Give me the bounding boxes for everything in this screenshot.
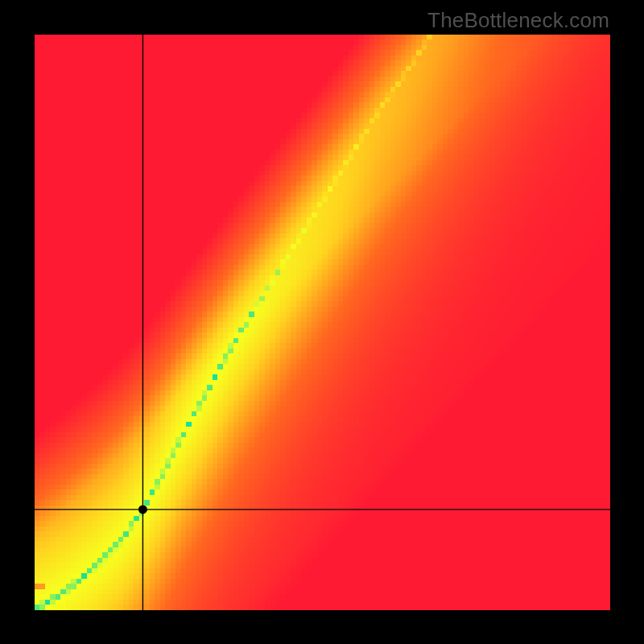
bottleneck-heatmap	[35, 35, 610, 610]
chart-container: TheBottleneck.com	[0, 0, 644, 644]
watermark-text: TheBottleneck.com	[427, 8, 609, 33]
